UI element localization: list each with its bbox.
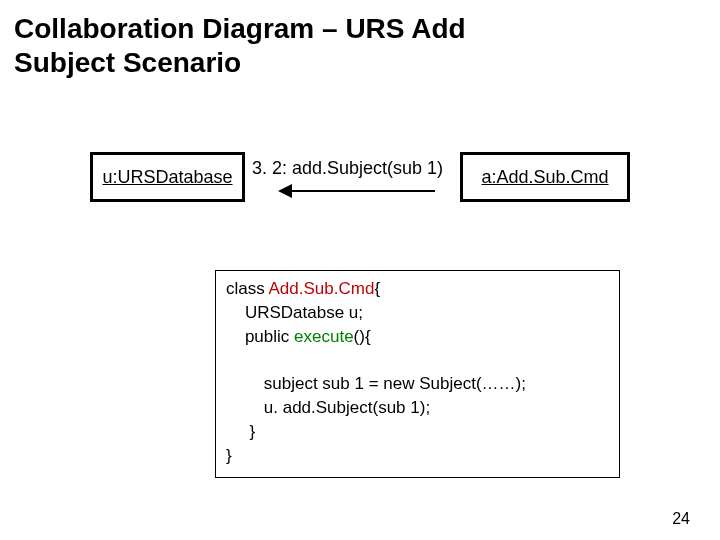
object-add-sub-cmd: a:Add.Sub.Cmd xyxy=(460,152,630,202)
code-blank xyxy=(226,348,609,372)
code-line-4: subject sub 1 = new Subject(……); xyxy=(226,372,609,396)
code-line-2: URSDatabse u; xyxy=(226,301,609,325)
code-line-1: class Add.Sub.Cmd{ xyxy=(226,277,609,301)
message-arrow-head xyxy=(278,184,292,198)
object-add-sub-cmd-label: a:Add.Sub.Cmd xyxy=(481,167,608,188)
code-box: class Add.Sub.Cmd{ URSDatabse u; public … xyxy=(215,270,620,478)
code-line-5: u. add.Subject(sub 1); xyxy=(226,396,609,420)
page-number: 24 xyxy=(672,510,690,528)
code-line-7: } xyxy=(226,444,609,468)
code-line-3: public execute(){ xyxy=(226,325,609,349)
object-urs-database: u:URSDatabase xyxy=(90,152,245,202)
message-label: 3. 2: add.Subject(sub 1) xyxy=(252,158,443,179)
object-urs-database-label: u:URSDatabase xyxy=(102,167,232,188)
code-line-6: } xyxy=(226,420,609,444)
message-arrow-shaft xyxy=(285,190,435,192)
page-title: Collaboration Diagram – URS Add Subject … xyxy=(14,12,534,79)
